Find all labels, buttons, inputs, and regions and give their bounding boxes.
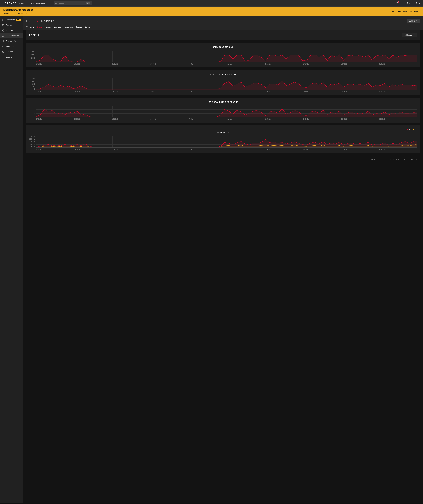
chevron-down-icon xyxy=(408,2,410,4)
search-input[interactable] xyxy=(58,2,85,4)
nav-icon xyxy=(2,19,4,21)
tab-targets[interactable]: Targets xyxy=(45,25,51,30)
notifications-button[interactable]: 1 xyxy=(395,1,401,6)
chart-plot[interactable] xyxy=(36,106,417,117)
page-header: LB21 eu-nurem-lb2 Actions OverviewGraphs… xyxy=(23,16,423,30)
user-menu[interactable] xyxy=(414,1,421,6)
chevron-down-icon xyxy=(48,2,49,4)
search-box[interactable]: ⌘ K xyxy=(54,1,92,5)
actions-button[interactable]: Actions xyxy=(407,19,420,23)
sidebar-item-servers[interactable]: Servers xyxy=(0,23,23,28)
svg-rect-9 xyxy=(2,24,4,25)
svg-rect-20 xyxy=(3,51,4,52)
x-axis: 07:32:1109:56:1112:20:1114:44:1117:08:11… xyxy=(36,149,417,150)
tab-services[interactable]: Services xyxy=(54,25,61,30)
chevron-down-icon xyxy=(413,34,415,36)
logo: HETZNERCloud xyxy=(2,2,24,5)
svg-rect-3 xyxy=(407,2,407,3)
svg-point-11 xyxy=(2,30,4,30)
tab-delete[interactable]: Delete xyxy=(85,25,90,30)
svg-rect-19 xyxy=(2,51,4,53)
banner-title: Important status messages xyxy=(3,9,391,11)
tab-graphs[interactable]: Graphs xyxy=(36,25,42,30)
lb-type: LB21 xyxy=(26,19,33,23)
sidebar-item-load-balancers[interactable]: Load Balancers xyxy=(0,33,23,38)
chart-title: BANDWIDTH xyxy=(29,131,417,133)
nav-icon xyxy=(2,35,4,37)
chevron-down-icon xyxy=(419,11,421,12)
user-icon xyxy=(415,2,418,5)
banner-stats: Warning: 1 Other: 2 xyxy=(3,12,391,14)
new-badge: NEW xyxy=(16,19,21,21)
svg-point-15 xyxy=(4,36,4,37)
sidebar-item-security[interactable]: Security xyxy=(0,54,23,60)
chart-bandwidth: inoutBANDWIDTH20 MBps15 MBps10 MBps5 MBp… xyxy=(26,125,420,153)
sidebar-item-dashboard[interactable]: DashboardNEW xyxy=(0,17,23,23)
svg-rect-5 xyxy=(406,3,406,4)
y-axis: 151050 xyxy=(29,106,36,117)
svg-rect-2 xyxy=(406,2,406,3)
sidebar-item-label: Networks xyxy=(6,45,13,48)
sidebar-item-floating-ips[interactable]: Floating IPs xyxy=(0,38,23,44)
chart-plot[interactable] xyxy=(36,136,417,148)
apps-button[interactable] xyxy=(405,1,411,6)
svg-rect-10 xyxy=(2,25,4,26)
lock-icon[interactable] xyxy=(403,20,405,22)
sidebar-item-label: Load Balancers xyxy=(6,35,19,37)
y-axis: 20 MBps15 MBps10 MBps5 MBps0 Bps xyxy=(29,136,36,148)
y-axis: 40003000200010000 xyxy=(29,78,36,90)
footer-link[interactable]: Data Privacy xyxy=(379,159,388,161)
status-banner[interactable]: Important status messages Warning: 1 Oth… xyxy=(0,7,423,16)
chart-legend: inout xyxy=(29,129,417,131)
svg-point-12 xyxy=(2,35,3,36)
chart-plot[interactable] xyxy=(36,78,417,90)
chevron-down-icon xyxy=(416,20,418,21)
sidebar-item-label: Volumes xyxy=(6,30,13,31)
footer-link[interactable]: Terms and Conditions xyxy=(404,159,420,161)
chart-plot[interactable] xyxy=(36,50,417,62)
x-axis: 07:32:1109:56:1112:20:1114:44:1117:08:11… xyxy=(36,63,417,65)
footer: Legal Notice·Data Privacy·System Policie… xyxy=(23,156,423,163)
nav-icon xyxy=(2,40,4,42)
divider xyxy=(26,2,26,5)
svg-point-13 xyxy=(4,35,4,36)
timerange-select[interactable]: 24 hours xyxy=(402,33,417,37)
nav-icon xyxy=(2,45,4,48)
sidebar-item-networks[interactable]: Networks xyxy=(0,44,23,49)
svg-rect-27 xyxy=(404,21,405,22)
x-axis: 07:32:1109:56:1112:20:1114:44:1117:08:11… xyxy=(36,91,417,92)
divider xyxy=(403,2,403,5)
graphs-section-header: GRAPHS 24 hours xyxy=(26,30,420,40)
section-title: GRAPHS xyxy=(29,34,39,36)
divider xyxy=(412,2,413,5)
sidebar-item-label: Security xyxy=(6,56,12,58)
svg-point-0 xyxy=(55,2,57,4)
tab-networking[interactable]: Networking xyxy=(64,25,73,30)
tab-overview[interactable]: Overview xyxy=(26,25,34,30)
nav-icon xyxy=(2,56,4,58)
collapse-sidebar-button[interactable] xyxy=(0,497,23,504)
sidebar-item-label: Floating IPs xyxy=(6,40,16,42)
y-axis: 3000020000100000 xyxy=(29,50,36,62)
footer-link[interactable]: Legal Notice xyxy=(368,159,377,161)
search-icon xyxy=(55,2,57,4)
svg-line-1 xyxy=(57,4,57,4)
sidebar-item-label: Dashboard xyxy=(6,19,15,21)
svg-rect-4 xyxy=(407,2,408,3)
lb-name[interactable]: eu-nurem-lb2 xyxy=(41,20,54,22)
chart-title: HTTP REQUESTS PER SECOND xyxy=(29,101,417,103)
footer-link[interactable]: System Policies xyxy=(390,159,402,161)
chart-http-requests: HTTP REQUESTS PER SECOND15105007:32:1109… xyxy=(26,98,420,123)
sidebar-item-label: Firewalls xyxy=(6,51,13,53)
chart-connections-per-second: CONNECTIONS PER SECOND400030002000100000… xyxy=(26,70,420,95)
tabs: OverviewGraphsTargetsServicesNetworkingR… xyxy=(26,25,420,30)
tab-rescale[interactable]: Rescale xyxy=(76,25,82,30)
kbd-hint: ⌘ K xyxy=(85,2,91,4)
chart-title: OPEN CONNECTIONS xyxy=(29,46,417,48)
project-selector[interactable]: eu.onetimesecre... xyxy=(29,1,51,5)
sidebar-item-firewalls[interactable]: Firewalls xyxy=(0,49,23,54)
sidebar-item-volumes[interactable]: Volumes xyxy=(0,28,23,33)
nav-icon xyxy=(2,29,4,32)
grid-icon xyxy=(405,2,408,5)
sidebar-item-label: Servers xyxy=(6,24,12,26)
